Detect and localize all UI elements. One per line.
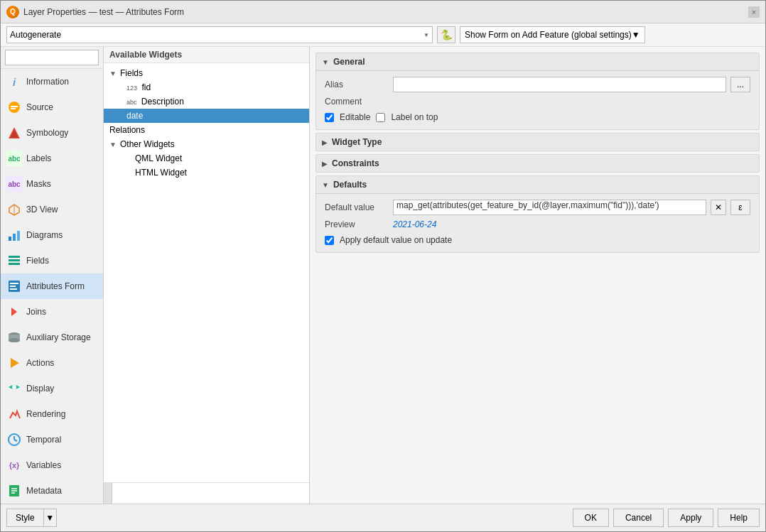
- sidebar-item-fields[interactable]: Fields: [1, 248, 103, 273]
- sidebar-item-label: Display: [26, 384, 54, 393]
- autogenerate-combo[interactable]: Autogenerate ▼: [6, 26, 433, 43]
- svg-point-19: [9, 338, 20, 342]
- source-icon: [6, 99, 22, 115]
- tree-item-description[interactable]: abc Description: [104, 94, 309, 109]
- other-widgets-group-text: Other Widgets: [120, 139, 175, 149]
- fid-label: fid: [141, 82, 151, 92]
- comment-row: Comment: [325, 97, 750, 107]
- main-content: i Information Source Symbology abc Label…: [1, 47, 765, 504]
- svg-rect-15: [10, 286, 16, 287]
- general-section-body: Alias ... Comment Editable: [316, 71, 759, 129]
- widget-type-title: Widget Type: [332, 137, 382, 147]
- sidebar-item-attributes-form[interactable]: Attributes Form: [1, 273, 103, 299]
- default-value-input[interactable]: map_get(attributes(get_feature_by_id(@la…: [393, 200, 706, 215]
- default-value-row: Default value map_get(attributes(get_fea…: [325, 200, 750, 215]
- sidebar-item-rendering[interactable]: Rendering: [1, 401, 103, 427]
- sidebar-item-label: 3D View: [26, 205, 58, 215]
- relations-group[interactable]: Relations: [104, 123, 309, 137]
- other-widgets-group: ▼ Other Widgets QML Widget HTML Widget: [104, 137, 309, 180]
- python-icon: 🐍: [441, 29, 453, 40]
- relations-label: Relations: [109, 125, 145, 135]
- sidebar-item-temporal[interactable]: Temporal: [1, 427, 103, 452]
- close-button[interactable]: ×: [748, 6, 760, 18]
- sidebar-item-label: Auxiliary Storage: [26, 332, 91, 342]
- svg-line-24: [14, 440, 17, 441]
- label-on-top-label: Label on top: [391, 112, 438, 122]
- defaults-clear-button[interactable]: ✕: [711, 200, 726, 215]
- combo-arrow-icon: ▼: [424, 32, 429, 38]
- style-dropdown-icon: ▼: [45, 513, 54, 523]
- editable-checkbox[interactable]: [325, 113, 334, 122]
- auxiliary-storage-icon: [6, 330, 22, 345]
- right-panel: ▼ General Alias ... Comment: [310, 47, 765, 504]
- tree-item-fid[interactable]: 123 fid: [104, 80, 309, 94]
- tree-item-date[interactable]: date: [104, 109, 309, 123]
- svg-rect-1: [11, 106, 18, 107]
- python-button[interactable]: 🐍: [437, 26, 455, 43]
- sidebar-item-diagrams[interactable]: Diagrams: [1, 222, 103, 248]
- style-dropdown-button[interactable]: ▼: [44, 509, 57, 527]
- sidebar-item-labels[interactable]: abc Labels: [1, 146, 103, 171]
- sidebar-item-display[interactable]: Display: [1, 376, 103, 401]
- defaults-expression-button[interactable]: ε: [730, 200, 750, 215]
- toolbar: Autogenerate ▼ 🐍 Show Form on Add Featur…: [1, 23, 765, 47]
- sidebar-item-source[interactable]: Source: [1, 94, 103, 120]
- sidebar-item-actions[interactable]: Actions: [1, 350, 103, 376]
- apply-default-checkbox[interactable]: [325, 236, 334, 245]
- sidebar-item-label: Information: [26, 77, 69, 87]
- ok-button[interactable]: OK: [573, 509, 609, 527]
- sidebar-item-joins[interactable]: Joins: [1, 299, 103, 325]
- defaults-expand-icon: ▼: [322, 181, 329, 189]
- preview-label: Preview: [325, 219, 389, 229]
- fields-group: ▼ Fields 123 fid abc Description date: [104, 66, 309, 123]
- constraints-section: ▶ Constraints: [315, 154, 760, 173]
- sidebar-item-metadata[interactable]: Metadata: [1, 478, 103, 504]
- alias-ellipsis-button[interactable]: ...: [730, 77, 750, 92]
- tree-item-qml-widget[interactable]: QML Widget: [104, 151, 309, 165]
- defaults-section-body: Default value map_get(attributes(get_fea…: [316, 194, 759, 252]
- sidebar-item-information[interactable]: i Information: [1, 69, 103, 94]
- sidebar-item-symbology[interactable]: Symbology: [1, 120, 103, 146]
- show-form-combo[interactable]: Show Form on Add Feature (global setting…: [460, 26, 645, 43]
- general-section-header[interactable]: ▼ General: [316, 53, 759, 71]
- help-button[interactable]: Help: [718, 509, 760, 527]
- sidebar: i Information Source Symbology abc Label…: [1, 47, 104, 504]
- style-button[interactable]: Style: [6, 509, 44, 527]
- defaults-section: ▼ Defaults Default value map_get(attribu…: [315, 175, 760, 253]
- actions-icon: [6, 355, 22, 371]
- widget-type-header[interactable]: ▶ Widget Type: [316, 134, 759, 151]
- alias-input[interactable]: [393, 77, 726, 92]
- cancel-button[interactable]: Cancel: [613, 509, 664, 527]
- apply-button[interactable]: Apply: [668, 509, 713, 527]
- joins-icon: [6, 304, 22, 320]
- title-bar-left: Q Layer Properties — test — Attributes F…: [6, 6, 184, 18]
- sidebar-item-label: Rendering: [26, 409, 65, 419]
- widget-panel: Available Widgets ▼ Fields 123 fid abc D…: [104, 47, 310, 504]
- search-input[interactable]: [5, 50, 99, 65]
- svg-rect-12: [9, 263, 20, 265]
- default-value-expr: map_get(attributes(get_feature_by_id(@la…: [397, 200, 659, 210]
- defaults-section-header[interactable]: ▼ Defaults: [316, 176, 759, 194]
- bottom-buttons: OK Cancel Apply Help: [573, 509, 760, 527]
- alias-row: Alias ...: [325, 77, 750, 92]
- sidebar-item-variables[interactable]: {x} Variables: [1, 452, 103, 478]
- label-on-top-checkbox[interactable]: [376, 113, 385, 122]
- apply-default-label: Apply default value on update: [340, 235, 452, 245]
- sidebar-item-auxiliary-storage[interactable]: Auxiliary Storage: [1, 325, 103, 350]
- sidebar-item-3dview[interactable]: 3D View: [1, 197, 103, 222]
- tree-item-html-widget[interactable]: HTML Widget: [104, 165, 309, 180]
- constraints-header[interactable]: ▶ Constraints: [316, 155, 759, 172]
- sidebar-item-masks[interactable]: abc Masks: [1, 171, 103, 197]
- fields-group-label[interactable]: ▼ Fields: [104, 66, 309, 80]
- constraints-expand-icon: ▶: [322, 160, 328, 168]
- symbology-icon: [6, 125, 22, 141]
- sidebar-search-container: [1, 47, 103, 69]
- other-widgets-group-label[interactable]: ▼ Other Widgets: [104, 137, 309, 151]
- widget-type-expand-icon: ▶: [322, 139, 328, 146]
- defaults-section-title: Defaults: [333, 180, 367, 190]
- window-title: Layer Properties — test — Attributes For…: [23, 7, 184, 17]
- autogenerate-label: Autogenerate: [10, 30, 61, 40]
- sidebar-item-label: Joins: [26, 307, 46, 317]
- editable-row: Editable Label on top: [325, 111, 750, 124]
- scrollbar-track: [104, 483, 112, 504]
